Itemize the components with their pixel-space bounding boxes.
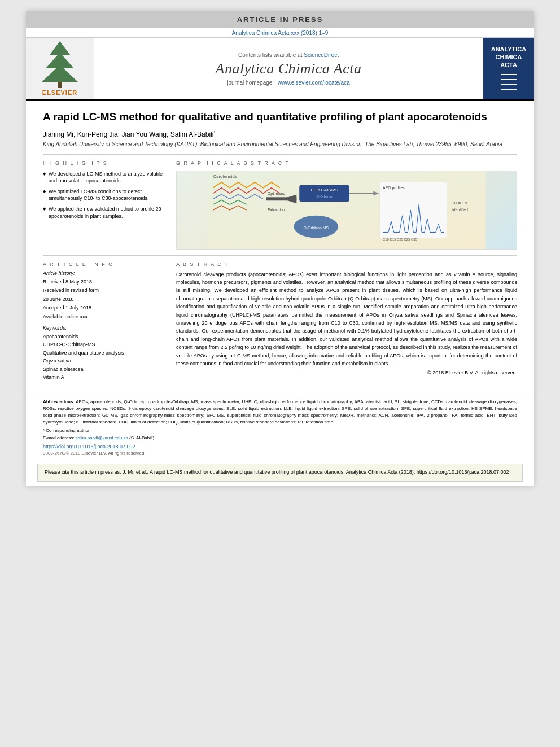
svg-text:C10  C15  C20  C25  C30: C10 C15 C20 C25 C30 (383, 238, 417, 241)
keyword-5: Spinacia oleracea (43, 365, 167, 373)
svg-rect-3 (266, 197, 296, 200)
graphical-abstract-column: G R A P H I C A L A B S T R A C T (176, 160, 517, 250)
affiliation-text: King Abdullah University of Science and … (43, 141, 517, 147)
issn-text: 0003-2670/© 2018 Elsevier B.V. All right… (43, 451, 517, 456)
revised-label: Received in revised form (43, 287, 167, 295)
accepted-date: Accepted 1 July 2018 (43, 304, 167, 312)
journal-meta-line: Analytica Chimica Acta xxx (2018) 1–9 (26, 28, 534, 37)
authors-text: Jianing Mi, Kun-Peng Jia, Jian You Wang,… (43, 130, 215, 138)
svg-text:Optimized: Optimized (268, 191, 285, 196)
highlights-column: H I G H L I G H T S We developed a LC-MS… (43, 160, 167, 250)
keyword-2: UHPLC-Q-Orbitrap-MS (43, 340, 167, 348)
svg-text:20 APOs: 20 APOs (452, 201, 468, 205)
available-online: Available online xxx (43, 313, 167, 321)
keywords-list: Apocarotenoids UHPLC-Q-Orbitrap-MS Quali… (43, 333, 167, 381)
article-history-label: Article history: (43, 270, 167, 276)
article-info-abstract-section: A R T I C L E I N F O Article history: R… (43, 255, 517, 382)
elsevier-logo-section: ELSEVIER (26, 38, 94, 99)
email-line: E-mail address: salim.babili@kaust.edu.s… (43, 435, 517, 440)
contents-available-line: Contents lists available at ScienceDirec… (238, 52, 339, 58)
graphical-abstract-svg: Carotenoids Optimized Extraction (177, 171, 517, 249)
page-wrapper: ARTICLE IN PRESS Analytica Chimica Acta … (26, 11, 534, 486)
journal-name: Analytica Chimica Acta (216, 60, 362, 77)
tree-trunk (58, 82, 62, 88)
elsevier-label: ELSEVIER (42, 89, 77, 96)
svg-text:Q-Orbitrap MS: Q-Orbitrap MS (303, 225, 329, 230)
journal-header-main: ELSEVIER Contents lists available at Sci… (26, 37, 534, 99)
svg-text:Extraction: Extraction (268, 208, 285, 212)
highlight-item-3: We applied the new validated method to p… (43, 206, 167, 220)
svg-text:Q-Orbitrap: Q-Orbitrap (317, 195, 333, 198)
abstract-header: A B S T R A C T (176, 261, 517, 267)
copyright-text: © 2018 Elsevier B.V. All rights reserved… (176, 370, 517, 375)
graphical-abstract-header: G R A P H I C A L A B S T R A C T (176, 160, 517, 166)
homepage-link[interactable]: www.elsevier.com/locate/aca (278, 80, 350, 86)
tree-graphic (42, 41, 78, 88)
tree-bot (42, 65, 78, 82)
aca-logo-section: ANALYTICACHIMICAACTA ━━━━━━━━━━━━━━━━━━━… (483, 38, 534, 99)
asterisk-superscript: * (213, 130, 215, 134)
svg-text:UHPLC-MS/MS: UHPLC-MS/MS (311, 188, 339, 192)
doi-link[interactable]: https://doi.org/10.1016/j.aca.2018.07.00… (43, 444, 517, 449)
banner-text: ARTICLE IN PRESS (237, 15, 323, 24)
highlight-item-2: We optimized LC-MS conditions to detect … (43, 188, 167, 202)
received-date: Received 8 May 2018 (43, 278, 167, 286)
cite-text: Please cite this article in press as: J.… (45, 469, 509, 475)
abstract-column: A B S T R A C T Carotenoid cleavage prod… (176, 261, 517, 382)
abstract-text: Carotenoid cleavage products (apocaroten… (176, 270, 517, 368)
email-label: E-mail address: (43, 435, 75, 440)
contents-text: Contents lists available at (238, 52, 302, 58)
cite-box: Please cite this article in press as: J.… (37, 464, 523, 482)
svg-text:APO profiles: APO profiles (383, 185, 405, 190)
aca-badge-title: ANALYTICACHIMICAACTA (491, 45, 527, 69)
footer-section: Abbreviations: APOs, apocarotenoids; Q-O… (26, 394, 534, 459)
revised-date: 28 June 2018 (43, 296, 167, 304)
article-info-column: A R T I C L E I N F O Article history: R… (43, 261, 167, 382)
email-suffix: (S. Al-Babili). (129, 435, 155, 440)
highlights-list: We developed a LC-MS method to analyze v… (43, 171, 167, 220)
svg-text:identified: identified (452, 208, 468, 212)
abbreviations-text: Abbreviations: APOs, apocarotenoids; Q-O… (43, 399, 517, 426)
abbreviations-content: APOs, apocarotenoids; Q-Orbitrap, quadru… (43, 399, 517, 425)
corresponding-label: * Corresponding author. (43, 428, 91, 433)
highlight-item-1: We developed a LC-MS method to analyze v… (43, 171, 167, 185)
abbreviations-label: Abbreviations: (43, 399, 75, 404)
keyword-6: Vitamin A (43, 373, 167, 381)
main-content: A rapid LC-MS method for qualitative and… (26, 101, 534, 388)
journal-citation: Analytica Chimica Acta xxx (2018) 1–9 (232, 30, 329, 36)
journal-header: Analytica Chimica Acta xxx (2018) 1–9 EL… (26, 28, 534, 101)
highlights-graphical-section: H I G H L I G H T S We developed a LC-MS… (43, 154, 517, 250)
highlights-header: H I G H L I G H T S (43, 160, 167, 166)
article-info-header: A R T I C L E I N F O (43, 261, 167, 267)
keyword-4: Oryza sativa (43, 357, 167, 365)
journal-title-section: Contents lists available at ScienceDirec… (94, 38, 483, 99)
authors-line: Jianing Mi, Kun-Peng Jia, Jian You Wang,… (43, 130, 517, 138)
keywords-label: Keywords: (43, 325, 167, 331)
journal-homepage-line: journal homepage: www.elsevier.com/locat… (227, 80, 349, 86)
article-title: A rapid LC-MS method for qualitative and… (43, 110, 517, 125)
article-in-press-banner: ARTICLE IN PRESS (26, 11, 534, 28)
aca-badge: ANALYTICACHIMICAACTA ━━━━━━━━━━━━━━━━━━━… (491, 45, 527, 92)
svg-text:Carotenoids: Carotenoids (213, 173, 237, 178)
keyword-1: Apocarotenoids (43, 333, 167, 340)
corresponding-author-line: * Corresponding author. (43, 428, 517, 433)
keyword-3: Qualitative and quantitative analysis (43, 349, 167, 357)
homepage-text: journal homepage: (227, 80, 274, 86)
sciencedirect-link[interactable]: ScienceDirect (304, 52, 339, 58)
email-link[interactable]: salim.babili@kaust.edu.sa (76, 435, 128, 440)
svg-rect-6 (299, 185, 349, 202)
graphical-abstract-image: Carotenoids Optimized Extraction (176, 171, 517, 250)
aca-badge-lines: ━━━━━━━━━━━━━━━━━━━━━━━━━━━━ (491, 72, 527, 92)
